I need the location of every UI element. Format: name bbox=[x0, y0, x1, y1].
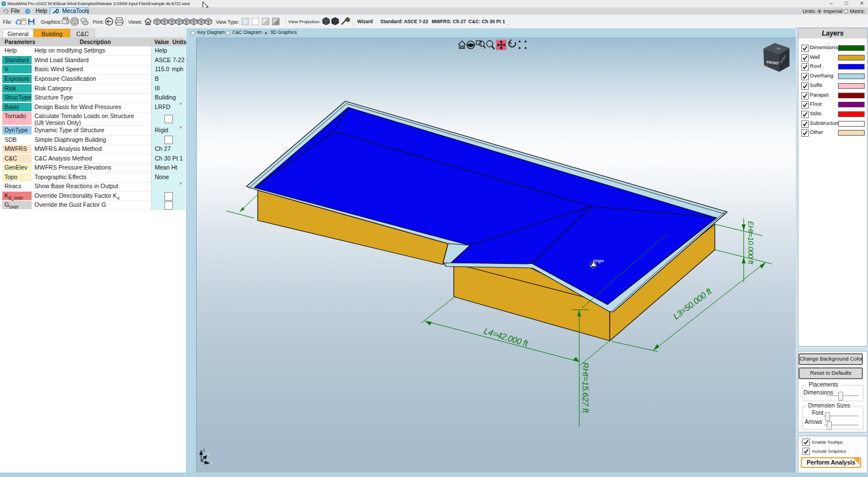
svg-text:EHt=10.000 ft: EHt=10.000 ft bbox=[747, 221, 755, 265]
svg-text:L3=50.000 ft: L3=50.000 ft bbox=[671, 286, 714, 322]
svg-text:Y: Y bbox=[207, 452, 210, 456]
svg-text:Z: Z bbox=[203, 448, 206, 452]
svg-text:Origin: Origin bbox=[593, 259, 604, 263]
svg-text:?: ? bbox=[27, 9, 29, 14]
svg-text:X: X bbox=[210, 461, 213, 465]
svg-text:RHt=15.627 ft: RHt=15.627 ft bbox=[581, 362, 591, 413]
svg-text:L4=42.000 ft: L4=42.000 ft bbox=[483, 326, 530, 349]
